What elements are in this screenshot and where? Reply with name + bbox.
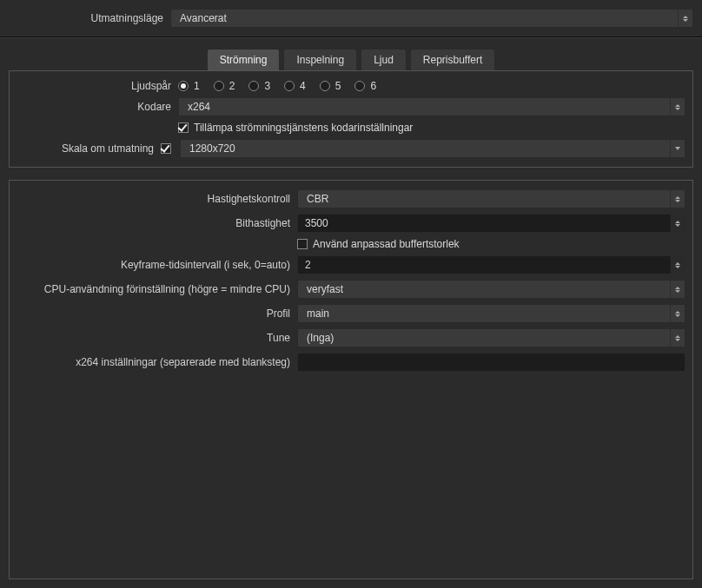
updown-icon	[670, 329, 685, 347]
tune-label: Tune	[17, 332, 290, 344]
output-mode-label: Utmatningsläge	[9, 12, 163, 24]
output-mode-section: Utmatningsläge Avancerat	[0, 0, 702, 37]
chevron-down-icon	[670, 140, 685, 157]
audio-track-2[interactable]: 2	[214, 80, 235, 92]
encoder-value: x264	[188, 101, 210, 113]
tab-replay-buffer[interactable]: Reprisbuffert	[410, 49, 495, 70]
radio-icon	[248, 81, 259, 91]
updown-icon	[670, 98, 685, 116]
cpu-preset-label: CPU-användning förinställning (högre = m…	[17, 283, 290, 295]
audio-track-5[interactable]: 5	[320, 80, 341, 92]
rate-control-label: Hastighetskontroll	[17, 193, 290, 205]
checkbox-icon	[161, 143, 171, 154]
audio-track-4[interactable]: 4	[284, 80, 306, 92]
cpu-preset-value: veryfast	[307, 283, 343, 295]
output-mode-value: Avancerat	[180, 12, 227, 24]
updown-icon	[670, 281, 685, 298]
audio-tracks-group: 1 2 3 4 5	[178, 80, 376, 92]
output-tabs: Strömning Inspelning Ljud Reprisbuffert	[207, 49, 496, 70]
updown-icon	[670, 305, 685, 322]
tab-recording[interactable]: Inspelning	[283, 49, 357, 70]
streaming-panel: Ljudspår 1 2 3	[9, 70, 693, 168]
radio-icon	[320, 81, 330, 91]
audio-tracks-label: Ljudspår	[17, 80, 171, 92]
custom-buffer-label: Använd anpassad buffertstorlek	[313, 238, 460, 250]
audio-track-1[interactable]: 1	[178, 80, 200, 92]
tune-select[interactable]: (Inga)	[297, 328, 685, 347]
output-tabs-area: Strömning Inspelning Ljud Reprisbuffert	[0, 37, 702, 70]
updown-icon	[670, 256, 685, 274]
rescale-output-value: 1280x720	[189, 142, 235, 155]
custom-buffer-checkbox[interactable]: Använd anpassad buffertstorlek	[297, 238, 460, 250]
updown-icon	[670, 215, 685, 232]
checkbox-icon	[297, 239, 308, 249]
keyframe-input[interactable]: 2	[297, 255, 685, 274]
radio-icon	[178, 81, 189, 91]
rescale-output-select[interactable]: 1280x720	[180, 139, 685, 158]
audio-track-6[interactable]: 6	[354, 80, 376, 92]
profile-label: Profil	[17, 307, 290, 320]
x264opts-input[interactable]	[297, 353, 685, 372]
profile-value: main	[307, 307, 329, 320]
encoder-label: Kodare	[17, 101, 171, 113]
keyframe-value: 2	[305, 259, 311, 271]
radio-icon	[214, 81, 224, 91]
x264opts-label: x264 inställningar (separerade med blank…	[17, 356, 290, 368]
rescale-output-label: Skala om utmatning	[17, 142, 154, 155]
checkbox-icon	[178, 122, 189, 133]
audio-track-3[interactable]: 3	[248, 80, 270, 92]
cpu-preset-select[interactable]: veryfast	[297, 280, 685, 299]
rate-control-select[interactable]: CBR	[297, 189, 685, 208]
radio-icon	[284, 81, 295, 91]
output-mode-select[interactable]: Avancerat	[170, 9, 693, 28]
enforce-encoder-settings-label: Tillämpa strömningstjänstens kodarinstäl…	[194, 122, 413, 134]
profile-select[interactable]: main	[297, 304, 685, 323]
bitrate-value: 3500	[305, 217, 328, 229]
updown-icon	[670, 190, 685, 208]
enforce-encoder-settings-checkbox[interactable]: Tillämpa strömningstjänstens kodarinstäl…	[178, 122, 413, 134]
tab-audio[interactable]: Ljud	[361, 49, 407, 70]
updown-icon	[678, 10, 692, 27]
bitrate-input[interactable]: 3500	[297, 214, 685, 233]
rate-control-value: CBR	[307, 193, 328, 205]
encoder-settings-panel: Hastighetskontroll CBR Bithastighet 3500	[9, 180, 693, 579]
radio-icon	[354, 81, 365, 91]
bitrate-label: Bithastighet	[17, 217, 290, 229]
rescale-output-checkbox[interactable]	[161, 143, 173, 154]
encoder-select[interactable]: x264	[178, 97, 685, 116]
tune-value: (Inga)	[307, 332, 334, 344]
tab-streaming[interactable]: Strömning	[207, 49, 281, 70]
keyframe-label: Keyframe-tidsintervall (i sek, 0=auto)	[17, 259, 290, 271]
